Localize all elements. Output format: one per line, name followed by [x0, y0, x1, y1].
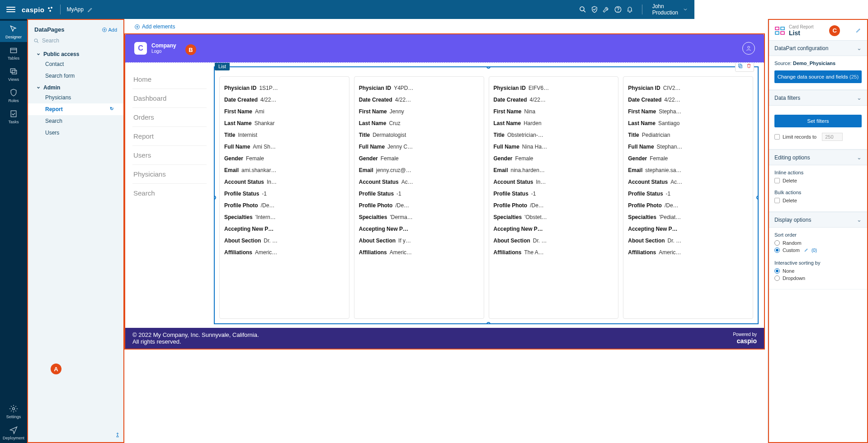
nav-dashboard[interactable]: Dashboard	[132, 89, 207, 108]
tree-group-public[interactable]: Public access	[28, 48, 123, 58]
tree-item-users[interactable]: Users	[28, 127, 123, 139]
svg-line-17	[37, 42, 38, 43]
preview-nav: Home Dashboard Orders Report Users Physi…	[125, 63, 211, 328]
search-icon[interactable]	[577, 4, 589, 15]
nav-report[interactable]: Report	[132, 127, 207, 146]
nav-physicians[interactable]: Physicians	[132, 165, 207, 184]
record-field: Full NameJenny C…	[359, 141, 479, 153]
record-field: Last NameCruz	[359, 117, 479, 129]
record-card[interactable]: Physician IDEIFV6…Date Created4/22…First…	[489, 76, 619, 319]
rail-tables[interactable]: Tables	[0, 42, 27, 63]
canvas-area: Add elements C Company Logo B Home Dashb…	[124, 19, 694, 354]
pencil-icon[interactable]	[87, 6, 94, 13]
record-field: TitleInternist	[224, 129, 344, 141]
callout-b: B	[185, 44, 196, 55]
record-field: TitleObstetrician-…	[494, 129, 614, 141]
svg-rect-9	[10, 69, 15, 72]
record-field: Specialties'Intern…	[224, 211, 344, 223]
list-section[interactable]: List Physician ID1S1P…Date Created4/22…F…	[211, 63, 694, 328]
shield-check-icon[interactable]	[589, 4, 600, 15]
svg-point-16	[34, 39, 38, 42]
record-field: Accepting New P…	[628, 223, 694, 235]
bell-icon[interactable]	[624, 4, 636, 15]
record-field: Last NameHarden	[494, 117, 614, 129]
rail-label: Tables	[0, 56, 27, 61]
user-menu[interactable]: John Production	[652, 3, 688, 16]
record-field: Accepting New P…	[494, 223, 614, 235]
datapages-add[interactable]: Add	[102, 27, 117, 33]
resize-handle-top[interactable]	[486, 66, 491, 69]
record-field: AffiliationsAmeric…	[628, 247, 694, 258]
record-field: About SectionIf y…	[359, 235, 479, 247]
record-field: First NameNina	[494, 106, 614, 117]
record-field: Specialties'Derma…	[359, 211, 479, 223]
nav-orders[interactable]: Orders	[132, 108, 207, 127]
record-field: Accepting New P…	[359, 223, 479, 235]
rail-tasks[interactable]: Tasks	[0, 106, 27, 127]
datapages-title: DataPages	[34, 26, 64, 33]
rail-label: Designer	[0, 35, 27, 39]
record-field: GenderFemale	[494, 153, 614, 164]
brand-dots-icon	[47, 6, 54, 13]
record-field: Account StatusIn…	[494, 176, 614, 188]
record-field: Emailjenny.cruz@…	[359, 164, 479, 176]
record-field: Profile Photo/De…	[359, 200, 479, 211]
record-field: First NameAmi	[224, 106, 344, 117]
tree-item-report[interactable]: Report	[28, 103, 123, 115]
record-field: Date Created4/22…	[628, 94, 694, 106]
datapages-search[interactable]: Search	[33, 37, 118, 44]
record-field: Specialties'Pediat…	[628, 211, 694, 223]
tree-item-physicians[interactable]: Physicians	[28, 92, 123, 103]
record-field: Profile Photo/De…	[628, 200, 694, 211]
preview-header: C Company Logo B	[125, 34, 694, 62]
record-card[interactable]: Physician IDY4PD…Date Created4/22…First …	[354, 76, 484, 319]
record-field: Emailnina.harden…	[494, 164, 614, 176]
list-frame[interactable]: Physician ID1S1P…Date Created4/22…First …	[214, 66, 694, 324]
wrench-icon[interactable]	[600, 4, 612, 15]
record-field: Date Created4/22…	[494, 94, 614, 106]
record-field: First NameStepha…	[628, 106, 694, 117]
tree-item-search[interactable]: Search	[28, 115, 123, 127]
nav-users[interactable]: Users	[132, 146, 207, 165]
nav-home[interactable]: Home	[132, 70, 207, 89]
record-field: Profile Status-1	[494, 188, 614, 200]
nav-search[interactable]: Search	[132, 184, 207, 202]
preview-frame: C Company Logo B Home Dashboard Orders R…	[124, 33, 694, 350]
record-field: Last NameSantiago	[628, 117, 694, 129]
brand-logo: caspio	[22, 6, 45, 14]
resize-handle-left[interactable]	[214, 196, 216, 200]
record-field: Profile Status-1	[224, 188, 344, 200]
rail-roles[interactable]: Roles	[0, 84, 27, 106]
record-field: TitlePediatrician	[628, 129, 694, 141]
add-elements-button[interactable]: Add elements	[124, 21, 694, 33]
help-icon[interactable]	[612, 4, 624, 15]
tree-group-admin[interactable]: Admin	[28, 82, 123, 92]
footer-line2: All rights reserved.	[132, 338, 259, 345]
svg-rect-11	[11, 111, 16, 117]
left-rail: Designer Tables Views Roles Tasks Settin…	[0, 19, 27, 354]
record-field: Last NameShankar	[224, 117, 344, 129]
tree-item-searchform[interactable]: Search form	[28, 70, 123, 82]
rail-views[interactable]: Views	[0, 63, 27, 84]
svg-point-1	[51, 7, 52, 9]
menu-icon[interactable]	[6, 5, 15, 14]
record-field: TitleDermatologist	[359, 129, 479, 141]
svg-point-2	[49, 10, 51, 12]
record-field: Physician IDEIFV6…	[494, 82, 614, 94]
app-name[interactable]: MyApp	[67, 6, 84, 13]
tree-item-contact[interactable]: Contact	[28, 58, 123, 70]
chevron-down-icon	[683, 7, 688, 12]
rail-designer[interactable]: Designer	[0, 21, 27, 42]
user-name: John	[652, 3, 678, 9]
record-field: Profile Status-1	[359, 188, 479, 200]
record-card[interactable]: Physician IDCIV2…Date Created4/22…First …	[623, 76, 694, 319]
record-field: Profile Photo/De…	[224, 200, 344, 211]
record-field: Physician IDCIV2…	[628, 82, 694, 94]
record-field: Account StatusAc…	[359, 176, 479, 188]
record-card[interactable]: Physician ID1S1P…Date Created4/22…First …	[219, 76, 349, 319]
svg-line-4	[584, 10, 585, 12]
record-field: Account StatusAc…	[628, 176, 694, 188]
resize-handle-bottom[interactable]	[486, 322, 491, 324]
company-text: Company Logo	[151, 43, 176, 54]
datapages-panel: DataPages Add Search Public access Conta…	[27, 19, 124, 354]
